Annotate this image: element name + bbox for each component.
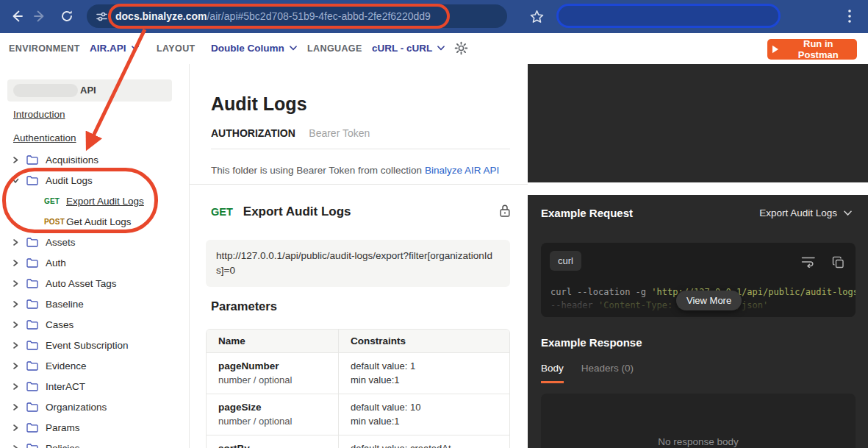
folder-icon	[26, 257, 38, 268]
example-request-selector[interactable]: Export Audit Logs	[759, 207, 852, 218]
environment-select[interactable]: AIR.API	[90, 43, 139, 54]
chevron-right-icon[interactable]	[12, 156, 19, 163]
sidebar-tree: AcquisitionsAudit LogsGETExport Audit Lo…	[0, 149, 190, 448]
chevron-right-icon[interactable]	[12, 259, 19, 266]
layout-value: Double Column	[211, 43, 284, 54]
folder-icon	[26, 381, 38, 391]
authorization-label: AUTHORIZATION	[211, 127, 295, 139]
param-constraint: default value: 1	[351, 359, 502, 373]
view-more-button[interactable]: View More	[676, 291, 742, 310]
settings-gear-icon[interactable]	[454, 41, 468, 55]
bookmark-star-icon[interactable]	[530, 10, 544, 24]
layout-label: LAYOUT	[157, 43, 196, 54]
sidebar-folder-assets[interactable]: Assets	[0, 232, 190, 252]
browser-menu-icon[interactable]	[847, 9, 852, 24]
example-request-title: Example Request	[541, 207, 633, 219]
example-request-selector-value: Export Audit Logs	[759, 207, 837, 218]
chevron-right-icon[interactable]	[12, 300, 19, 307]
sidebar-folder-params[interactable]: Params	[0, 417, 190, 438]
table-row: pageNumbernumber / optionaldefault value…	[207, 352, 509, 394]
layout-select[interactable]: Double Column	[211, 43, 297, 54]
column-header-constraints: Constraints	[338, 330, 509, 352]
sidebar-link-introduction[interactable]: Introduction	[13, 109, 65, 120]
site-settings-icon[interactable]	[96, 10, 108, 23]
authorization-row: AUTHORIZATION Bearer Token	[211, 127, 510, 149]
parameters-table: Name Constraints pageNumbernumber / opti…	[206, 329, 510, 448]
sidebar-folder-organizations[interactable]: Organizations	[0, 397, 190, 417]
chevron-down-icon[interactable]	[12, 177, 19, 184]
param-name: pageSize	[218, 400, 331, 414]
url-bar[interactable]: docs.binalyze.com/air/api#5bc2d708-51b9-…	[87, 4, 507, 28]
sidebar-request-get-audit-logs[interactable]: POSTGet Audit Logs	[0, 211, 190, 232]
authorization-value: Bearer Token	[309, 127, 370, 139]
sidebar-folder-cases[interactable]: Cases	[0, 314, 190, 335]
section-divider	[190, 184, 528, 185]
chevron-right-icon[interactable]	[12, 362, 19, 369]
request-title: Export Audit Logs	[243, 205, 351, 219]
sidebar-header-label: API	[80, 85, 96, 96]
folder-label: Evidence	[46, 360, 87, 371]
redacted-area	[556, 4, 781, 28]
reload-icon[interactable]	[60, 9, 74, 24]
table-header-row: Name Constraints	[207, 330, 509, 352]
method-badge-get: GET	[44, 197, 66, 205]
sidebar-folder-interact[interactable]: InterACT	[0, 376, 190, 397]
tab-body[interactable]: Body	[541, 363, 564, 383]
folder-icon	[26, 319, 38, 330]
param-name: sortBy	[218, 441, 331, 448]
sidebar-folder-acquisitions[interactable]: Acquisitions	[0, 149, 190, 170]
sidebar-folder-evidence[interactable]: Evidence	[0, 355, 190, 376]
folder-label: Params	[46, 422, 80, 433]
sidebar-folder-event-subscription[interactable]: Event Subscription	[0, 335, 190, 355]
folder-label: Cases	[46, 319, 73, 330]
folder-note-text: This folder is using Bearer Token from c…	[211, 165, 425, 176]
chevron-right-icon[interactable]	[12, 341, 19, 349]
tab-headers[interactable]: Headers (0)	[581, 363, 634, 383]
response-tabs: Body Headers (0)	[541, 363, 634, 383]
folder-label: Auth	[46, 257, 66, 269]
folder-label: Organizations	[46, 402, 107, 413]
chevron-down-icon	[437, 46, 445, 51]
language-value: cURL - cURL	[372, 43, 432, 54]
param-constraint: min value:1	[351, 414, 502, 428]
back-icon[interactable]	[10, 9, 24, 24]
url-domain: docs.binalyze.com	[115, 10, 207, 22]
chevron-right-icon[interactable]	[12, 424, 19, 431]
param-type: number / optional	[218, 373, 331, 387]
chevron-right-icon[interactable]	[12, 444, 19, 448]
language-select[interactable]: cURL - cURL	[372, 43, 445, 54]
table-row: sortBydefault value: createdAt	[207, 435, 509, 448]
folder-icon	[26, 360, 38, 371]
wrap-text-icon[interactable]	[801, 256, 816, 268]
parameters-title: Parameters	[211, 299, 277, 313]
chevron-right-icon[interactable]	[12, 280, 19, 287]
copy-icon[interactable]	[832, 256, 844, 269]
run-in-postman-button[interactable]: Run in Postman	[767, 39, 857, 60]
forward-icon[interactable]	[32, 9, 47, 24]
method-badge-post: POST	[44, 218, 66, 226]
column-header-name: Name	[207, 330, 338, 352]
sidebar-link-authentication[interactable]: Authentication	[13, 132, 76, 143]
collection-link[interactable]: Binalyze AIR API	[425, 165, 499, 176]
chevron-down-icon	[132, 46, 139, 51]
request-label: Get Audit Logs	[66, 216, 132, 227]
dark-header-block	[528, 64, 868, 182]
sidebar-folder-baseline[interactable]: Baseline	[0, 294, 190, 314]
doc-main: Audit Logs AUTHORIZATION Bearer Token Th…	[190, 64, 528, 448]
chevron-right-icon[interactable]	[12, 403, 19, 410]
chevron-right-icon[interactable]	[12, 238, 19, 246]
sidebar-folder-policies[interactable]: Policies	[0, 438, 190, 448]
param-constraint: default value: 10	[351, 400, 502, 414]
sidebar-folder-audit-logs[interactable]: Audit Logs	[0, 170, 190, 191]
run-in-postman-label: Run in Postman	[783, 38, 853, 60]
chevron-right-icon[interactable]	[12, 383, 19, 390]
sidebar-request-export-audit-logs[interactable]: GETExport Audit Logs	[0, 191, 190, 211]
sidebar-folder-auto-asset-tags[interactable]: Auto Asset Tags	[0, 273, 190, 294]
folder-icon	[26, 278, 38, 288]
sidebar-folder-auth[interactable]: Auth	[0, 252, 190, 273]
language-chip[interactable]: curl	[550, 251, 581, 271]
play-icon	[772, 45, 778, 54]
chevron-right-icon[interactable]	[12, 321, 19, 328]
folder-label: Policies	[46, 443, 80, 448]
folder-icon	[26, 237, 38, 247]
